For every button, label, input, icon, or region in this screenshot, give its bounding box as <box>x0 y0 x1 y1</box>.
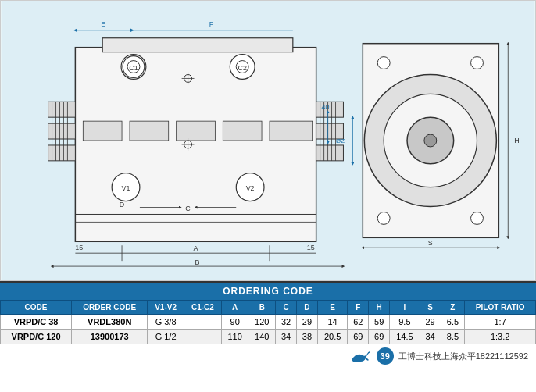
row1-i: 9.5 <box>390 315 420 330</box>
v1-label: V1 <box>122 184 130 192</box>
col-a: A <box>221 301 248 315</box>
row1-order-code: VRDL380N <box>72 315 148 330</box>
d-dim-label: D <box>120 201 125 208</box>
diagram-area: C1 C2 V1 V2 E F 40 <box>0 0 536 281</box>
col-b: B <box>248 301 276 315</box>
page-number: 39 <box>377 347 394 365</box>
row2-d: 38 <box>296 330 317 344</box>
col-d: D <box>296 301 317 315</box>
table-area: ORDERING CODE CODE ORDER CODE V1-V2 C1-C… <box>0 281 536 368</box>
row1-e: 14 <box>317 315 348 330</box>
c1-label: C1 <box>129 64 138 72</box>
c2-label: C2 <box>238 64 246 72</box>
svg-rect-30 <box>223 121 262 141</box>
h-dim-label: H <box>514 137 519 144</box>
ordering-code-header: ORDERING CODE <box>0 283 536 300</box>
15-left-label: 15 <box>75 244 83 251</box>
col-i: I <box>390 301 420 315</box>
row2-h: 69 <box>369 330 390 344</box>
row2-f: 69 <box>348 330 369 344</box>
row2-s: 34 <box>420 330 441 344</box>
row1-code: VRPD/C 38 <box>1 315 72 330</box>
svg-point-57 <box>377 212 390 224</box>
col-f: F <box>348 301 369 315</box>
svg-point-54 <box>424 134 437 147</box>
row2-c: 34 <box>276 330 297 344</box>
row2-v1v2: G 1/2 <box>148 330 184 344</box>
footer: 39 工博士科技上海众平18221112592 <box>0 344 536 368</box>
svg-rect-2 <box>102 38 293 52</box>
row1-f: 62 <box>348 315 369 330</box>
c-dim-label: C <box>185 205 191 212</box>
row1-d: 29 <box>296 315 317 330</box>
table-row: VRPD/C 120 13900173 G 1/2 110 140 34 38 … <box>1 330 536 344</box>
f-dim-label: F <box>209 20 214 28</box>
svg-rect-1 <box>75 48 316 242</box>
row2-order-code: 13900173 <box>72 330 148 344</box>
row1-s: 29 <box>420 315 441 330</box>
specs-table: CODE ORDER CODE V1-V2 C1-C2 A B C D E F … <box>0 300 536 344</box>
col-c: C <box>276 301 297 315</box>
col-c1c2: C1-C2 <box>184 301 221 315</box>
engineering-drawing: C1 C2 V1 V2 E F 40 <box>1 1 535 280</box>
row1-pilot: 1:7 <box>465 315 536 330</box>
svg-rect-31 <box>270 121 313 141</box>
row1-h: 59 <box>369 315 390 330</box>
row2-z: 8.5 <box>441 330 465 344</box>
svg-point-55 <box>377 57 390 69</box>
row2-b: 140 <box>248 330 276 344</box>
svg-point-58 <box>471 212 484 224</box>
v2-label: V2 <box>246 184 255 192</box>
row2-pilot: 1:3.2 <box>465 330 536 344</box>
row1-c1c2 <box>184 315 221 330</box>
svg-rect-27 <box>83 121 122 141</box>
a-dim-label: A <box>194 244 198 252</box>
row1-z: 6.5 <box>441 315 465 330</box>
table-row: VRPD/C 38 VRDL380N G 3/8 90 120 32 29 14… <box>1 315 536 330</box>
col-code: CODE <box>1 301 72 315</box>
col-v1v2: V1-V2 <box>148 301 184 315</box>
svg-rect-28 <box>130 121 169 141</box>
s-dim-label: S <box>428 239 433 247</box>
row1-c: 32 <box>276 315 297 330</box>
svg-point-56 <box>471 57 484 69</box>
row2-code: VRPD/C 120 <box>1 330 72 344</box>
row1-a: 90 <box>221 315 248 330</box>
40-dim-label: 40 <box>322 103 330 111</box>
company-text: 工博士科技上海众平18221112592 <box>398 351 528 362</box>
col-h: H <box>369 301 390 315</box>
row2-a: 110 <box>221 330 248 344</box>
row2-c1c2 <box>184 330 221 344</box>
15-right-label: 15 <box>307 244 315 251</box>
row1-b: 120 <box>248 315 276 330</box>
svg-rect-29 <box>177 121 216 141</box>
table-header-row: CODE ORDER CODE V1-V2 C1-C2 A B C D E F … <box>1 301 536 315</box>
dolphin-icon <box>350 347 372 365</box>
b-dim-label: B <box>195 258 200 266</box>
col-e: E <box>317 301 348 315</box>
col-order-code: ORDER CODE <box>72 301 148 315</box>
e-dim-label: E <box>101 20 105 28</box>
col-z: Z <box>441 301 465 315</box>
row1-v1v2: G 3/8 <box>148 315 184 330</box>
oz-dim-label: ØZ <box>336 137 345 144</box>
row2-i: 14.5 <box>390 330 420 344</box>
col-pilot: PILOT RATIO <box>465 301 536 315</box>
row2-e: 20.5 <box>317 330 348 344</box>
col-s: S <box>420 301 441 315</box>
